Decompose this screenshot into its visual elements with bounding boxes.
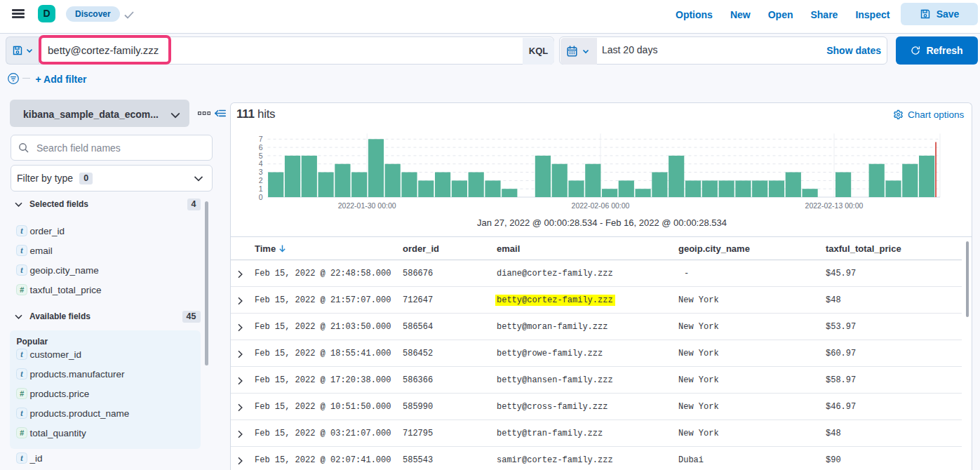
svg-text:1: 1 [259, 184, 263, 193]
svg-text:6: 6 [259, 143, 263, 152]
svg-text:5: 5 [259, 152, 263, 160]
svg-text:4: 4 [259, 159, 263, 168]
svg-text:2022-02-13 00:00: 2022-02-13 00:00 [805, 201, 864, 210]
svg-text:2022-02-06 00:00: 2022-02-06 00:00 [572, 201, 630, 210]
svg-text:7: 7 [259, 135, 263, 143]
svg-text:2: 2 [259, 176, 263, 184]
svg-text:3: 3 [259, 168, 263, 176]
svg-text:0: 0 [259, 193, 263, 201]
svg-text:2022-01-30 00:00: 2022-01-30 00:00 [338, 201, 396, 210]
